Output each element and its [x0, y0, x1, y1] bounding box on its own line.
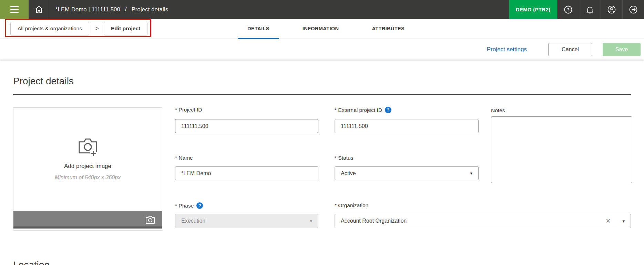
notifications-button[interactable] [579, 0, 601, 19]
home-button[interactable] [29, 0, 49, 19]
organization-select[interactable]: Account Root Organization ✕ ▾ [335, 214, 631, 228]
external-id-help-icon[interactable]: ? [385, 107, 391, 113]
clear-icon[interactable]: ✕ [605, 217, 611, 225]
camera-plus-icon [76, 136, 99, 159]
save-button[interactable]: Save [603, 43, 641, 56]
tab-details[interactable]: DETAILS [238, 19, 279, 39]
logout-icon [628, 5, 638, 14]
hamburger-icon [10, 6, 19, 13]
phase-select: Execution ▾ [175, 214, 318, 228]
phase-label: * Phase ? [175, 202, 203, 209]
environment-button[interactable]: DEMO (PTR2) [509, 0, 557, 19]
project-id-input[interactable] [175, 119, 318, 133]
notes-label: Notes [491, 107, 505, 114]
bell-icon [585, 5, 594, 14]
action-bar: Project settings Cancel Save [0, 39, 644, 60]
page-title: Project details [13, 76, 74, 87]
upload-label: Add project image [13, 163, 162, 170]
top-bar: *LEM Demo | 111111.500 / Project details… [0, 0, 644, 19]
breadcrumb-separator: / [125, 6, 127, 13]
title-divider [13, 94, 631, 95]
logout-button[interactable] [622, 0, 644, 19]
upload-action-bar [13, 211, 162, 229]
camera-icon[interactable] [145, 215, 155, 224]
svg-text:?: ? [567, 7, 570, 12]
upload-bar-edge [13, 226, 162, 229]
name-input[interactable] [175, 166, 318, 180]
account-button[interactable] [601, 0, 622, 19]
organization-value: Account Root Organization [341, 218, 605, 224]
app-window: *LEM Demo | 111111.500 / Project details… [0, 0, 644, 265]
phase-value: Execution [181, 218, 307, 224]
phase-help-icon[interactable]: ? [196, 202, 203, 209]
name-label: * Name [175, 155, 193, 161]
nav-strip: All projects & organizations > Edit proj… [0, 19, 644, 39]
status-label: * Status [335, 155, 353, 161]
cancel-button[interactable]: Cancel [548, 43, 592, 56]
chevron-right-icon: > [91, 22, 104, 35]
status-value: Active [341, 170, 467, 177]
help-button[interactable]: ? [557, 0, 579, 19]
chevron-down-icon: ▾ [470, 171, 472, 176]
chip-all-projects[interactable]: All projects & organizations [10, 22, 89, 35]
project-id-label: * Project ID [175, 107, 202, 113]
external-project-id-input[interactable] [335, 119, 479, 133]
breadcrumb: *LEM Demo | 111111.500 / Project details [55, 0, 168, 19]
upload-min-size: Minimum of 540px x 360px [13, 174, 162, 181]
project-settings-link[interactable]: Project settings [487, 46, 527, 53]
breadcrumb-page: Project details [132, 6, 168, 13]
tab-bar: DETAILS INFORMATION ATTRIBUTES [238, 19, 414, 39]
help-icon: ? [563, 5, 573, 14]
chevron-down-icon: ▾ [310, 219, 312, 224]
home-icon [34, 5, 43, 14]
hamburger-menu-button[interactable] [0, 0, 29, 19]
project-image-dropzone[interactable]: Add project image Minimum of 540px x 360… [13, 107, 162, 231]
external-project-id-label: * External project ID ? [335, 107, 391, 113]
organization-label: * Organization [335, 202, 368, 209]
chevron-down-icon: ▾ [622, 219, 625, 224]
notes-textarea[interactable] [491, 116, 632, 183]
breadcrumb-project: *LEM Demo | 111111.500 [55, 6, 120, 13]
chip-edit-project[interactable]: Edit project [104, 22, 147, 35]
status-select[interactable]: Active ▾ [335, 166, 479, 180]
tab-attributes[interactable]: ATTRIBUTES [362, 19, 414, 39]
tab-information[interactable]: INFORMATION [293, 19, 349, 39]
location-section-title: Location [13, 259, 50, 265]
user-icon [607, 5, 616, 14]
